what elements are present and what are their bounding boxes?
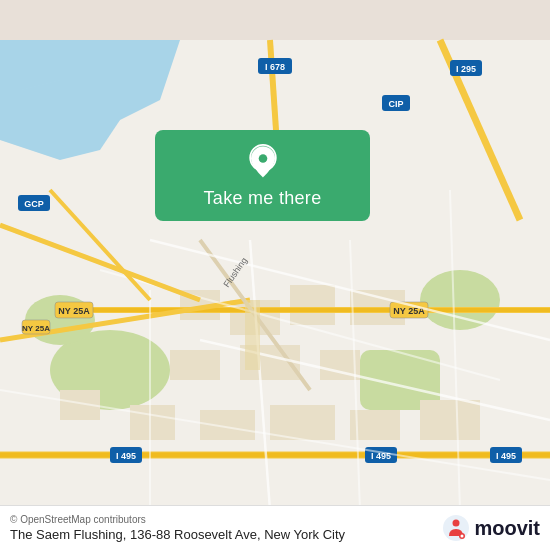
svg-rect-16 (270, 405, 335, 440)
location-text: The Saem Flushing, 136-88 Roosevelt Ave,… (10, 527, 345, 542)
svg-text:I 678: I 678 (265, 62, 285, 72)
svg-rect-19 (130, 405, 175, 440)
svg-point-64 (443, 515, 469, 541)
button-label: Take me there (204, 188, 322, 209)
svg-text:CIP: CIP (388, 99, 403, 109)
svg-text:GCP: GCP (24, 199, 44, 209)
bottom-bar: © OpenStreetMap contributors The Saem Fl… (0, 505, 550, 550)
moovit-brand-text: moovit (474, 517, 540, 540)
svg-point-65 (453, 520, 460, 527)
action-button-container: Take me there (155, 130, 370, 221)
svg-text:I 295: I 295 (456, 64, 476, 74)
svg-rect-53 (245, 300, 260, 370)
location-pin-icon (245, 144, 281, 180)
moovit-logo[interactable]: moovit (442, 514, 540, 542)
map-background: I 495 I 495 I 495 NY 25A NY 25A NY 25A I… (0, 0, 550, 550)
svg-point-67 (461, 535, 464, 538)
svg-text:I 495: I 495 (116, 451, 136, 461)
moovit-brand-icon (442, 514, 470, 542)
svg-rect-10 (290, 285, 335, 325)
svg-rect-18 (420, 400, 480, 440)
copyright-text: © OpenStreetMap contributors (10, 514, 345, 525)
bottom-left-info: © OpenStreetMap contributors The Saem Fl… (10, 514, 345, 542)
svg-rect-12 (170, 350, 220, 380)
map-container: I 495 I 495 I 495 NY 25A NY 25A NY 25A I… (0, 0, 550, 550)
svg-point-63 (258, 154, 267, 163)
svg-text:I 495: I 495 (496, 451, 516, 461)
svg-text:NY 25A: NY 25A (58, 306, 90, 316)
svg-point-7 (420, 270, 500, 330)
take-me-there-button[interactable]: Take me there (155, 130, 370, 221)
svg-text:NY 25A: NY 25A (22, 324, 50, 333)
